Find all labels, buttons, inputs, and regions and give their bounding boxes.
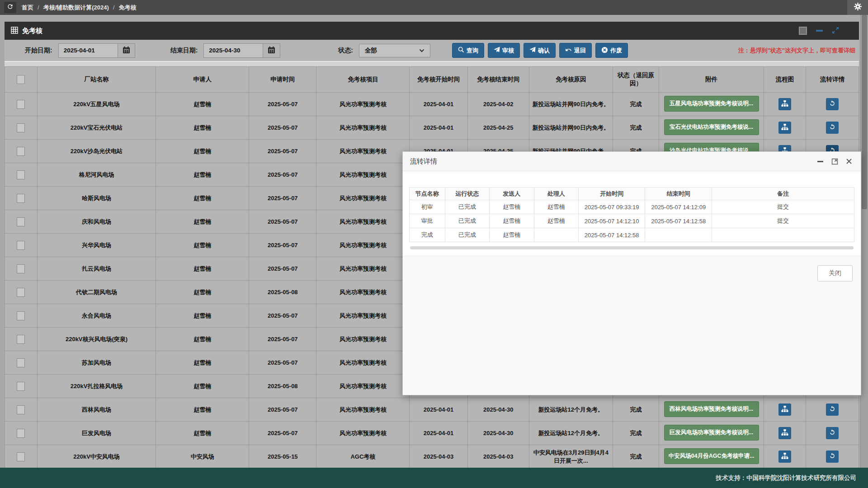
workflow-cell-status: 已完成 xyxy=(445,214,489,228)
recycle-icon xyxy=(829,123,836,132)
workflow-column-header: 开始时间 xyxy=(578,188,645,200)
row-checkbox[interactable] xyxy=(17,382,25,391)
cell-station: 西林风电场 xyxy=(37,398,156,422)
cell-item: 风光功率预测考核 xyxy=(316,422,410,445)
cell-apply-time: 2025-05-07 xyxy=(249,422,316,445)
row-checkbox[interactable] xyxy=(17,335,25,344)
cell-applicant: 赵雪楠 xyxy=(156,304,249,328)
cell-item: 风光功率预测考核 xyxy=(316,140,410,163)
row-checkbox[interactable] xyxy=(17,170,25,179)
select-all-checkbox[interactable] xyxy=(17,75,25,84)
minimize-icon[interactable] xyxy=(816,157,825,166)
cell-status[interactable]: 完成 xyxy=(613,116,659,140)
flow-chart-button[interactable] xyxy=(778,450,791,463)
cell-reason: 新投运场站并网90日内免考。 xyxy=(529,116,613,140)
confirm-button[interactable]: 确认 xyxy=(524,43,556,58)
cell-station: 220kV五星风电场 xyxy=(37,93,156,116)
row-checkbox[interactable] xyxy=(17,100,25,109)
workflow-cell-start: 2025-05-07 09:33:19 xyxy=(578,200,645,214)
row-checkbox[interactable] xyxy=(17,264,25,273)
cell-status[interactable]: 完成 xyxy=(613,445,659,469)
end-date-label: 结束日期: xyxy=(170,47,198,55)
row-checkbox[interactable] xyxy=(17,311,25,320)
attachment-button[interactable]: 中安风场04月份AGC免考核申请... xyxy=(664,448,759,464)
cell-apply-time: 2025-05-07 xyxy=(249,398,316,422)
breadcrumb-home[interactable]: 首页 xyxy=(22,4,33,12)
flow-chart-button[interactable] xyxy=(778,122,791,134)
cell-item: 风光功率预测考核 xyxy=(316,210,410,234)
close-icon[interactable] xyxy=(844,157,854,166)
end-date-calendar-button[interactable] xyxy=(263,44,280,57)
breadcrumb-module[interactable]: 考核/辅助数据计算(2024) xyxy=(43,4,109,12)
expand-arrows-icon[interactable] xyxy=(832,27,839,35)
workflow-cell-node: 审批 xyxy=(410,214,445,228)
cell-applicant: 赵雪楠 xyxy=(156,398,249,422)
cell-status[interactable]: 完成 xyxy=(613,398,659,422)
close-button[interactable]: 关闭 xyxy=(817,265,853,282)
modal-header: 流转详情 xyxy=(403,152,861,171)
workflow-column-header: 处理人 xyxy=(534,188,578,200)
cell-station: 220kV宝石光伏电站 xyxy=(37,116,156,140)
query-button[interactable]: 查询 xyxy=(452,43,484,58)
recycle-icon xyxy=(829,405,836,414)
flow-chart-button[interactable] xyxy=(778,404,791,416)
vertical-scrollbar[interactable] xyxy=(860,15,868,468)
row-checkbox[interactable] xyxy=(17,194,25,203)
column-header: 流程图 xyxy=(764,67,806,93)
flow-chart-button[interactable] xyxy=(778,98,791,110)
cell-applicant: 赵雪楠 xyxy=(156,93,249,116)
cell-applicant: 赵雪楠 xyxy=(156,163,249,187)
settings-button[interactable] xyxy=(847,0,868,15)
status-select[interactable]: 全部 xyxy=(359,44,430,57)
transfer-detail-button[interactable] xyxy=(826,98,839,110)
cell-apply-time: 2025-05-07 xyxy=(249,116,316,140)
transfer-detail-button[interactable] xyxy=(826,427,839,439)
modal-table-body: 初审已完成赵雪楠赵雪楠2025-05-07 09:33:192025-05-07… xyxy=(410,200,854,242)
attachment-button[interactable]: 西林风电场功率预测免考核说明... xyxy=(664,401,759,417)
return-button[interactable]: 退回 xyxy=(559,43,592,58)
row-checkbox[interactable] xyxy=(17,405,25,414)
cell-station: 220kV沙岛光伏电站 xyxy=(37,140,156,163)
row-checkbox[interactable] xyxy=(17,452,25,461)
status-hint-note: 注：悬浮到"状态"这列文字上，即可查看详细 xyxy=(738,47,855,55)
scrollbar-thumb[interactable] xyxy=(862,15,867,209)
refresh-button[interactable] xyxy=(4,2,16,13)
row-checkbox[interactable] xyxy=(17,217,25,226)
attachment-button[interactable]: 宝石光伏电站功率预测免考核说... xyxy=(664,119,759,135)
cell-status[interactable]: 完成 xyxy=(613,422,659,445)
end-date-input[interactable]: 2025-04-30 xyxy=(204,44,263,57)
cell-item: 风光功率预测考核 xyxy=(316,375,410,398)
audit-button[interactable]: 审核 xyxy=(488,43,520,58)
row-checkbox[interactable] xyxy=(17,241,25,250)
button-label: 退回 xyxy=(574,47,586,55)
transfer-detail-button[interactable] xyxy=(826,404,839,416)
end-date-group: 2025-04-30 xyxy=(203,43,280,58)
column-header: 厂站名称 xyxy=(37,67,156,93)
cell-station: 哈斯风电场 xyxy=(37,187,156,210)
row-checkbox[interactable] xyxy=(17,147,25,156)
attachment-button[interactable]: 巨发风电场功率预测免考核说明... xyxy=(664,425,759,441)
cell-station: 代钦二期风电场 xyxy=(37,281,156,304)
transfer-detail-button[interactable] xyxy=(826,450,839,463)
row-checkbox[interactable] xyxy=(17,358,25,367)
start-date-calendar-button[interactable] xyxy=(118,44,135,57)
flow-chart-button[interactable] xyxy=(778,427,791,439)
collapse-icon[interactable] xyxy=(816,30,823,32)
table-row: 巨发风电场赵雪楠2025-05-07风光功率预测考核2025-04-012025… xyxy=(5,422,859,445)
undo-icon xyxy=(565,47,572,55)
transfer-detail-button[interactable] xyxy=(826,122,839,134)
horizontal-scrollbar[interactable] xyxy=(410,246,854,249)
cell-apply-time: 2025-05-07 xyxy=(249,304,316,328)
maximize-icon[interactable] xyxy=(830,157,839,166)
workflow-header-row: 节点名称运行状态发送人处理人开始时间结束时间备注 xyxy=(410,188,854,200)
attachment-button[interactable]: 五星风电场功率预测免考核说明... xyxy=(664,96,759,112)
cell-start-time: 2025-04-01 xyxy=(410,398,467,422)
panel-checkbox-icon[interactable] xyxy=(799,27,807,35)
row-checkbox[interactable] xyxy=(17,288,25,297)
start-date-input[interactable]: 2025-04-01 xyxy=(59,44,118,57)
row-checkbox[interactable] xyxy=(17,123,25,132)
cell-status[interactable]: 完成 xyxy=(613,93,659,116)
void-button[interactable]: 作废 xyxy=(595,43,628,58)
footer-text: 技术支持：中国科学院沈阳计算技术研究所有限公司 xyxy=(716,474,857,482)
row-checkbox[interactable] xyxy=(17,429,25,438)
